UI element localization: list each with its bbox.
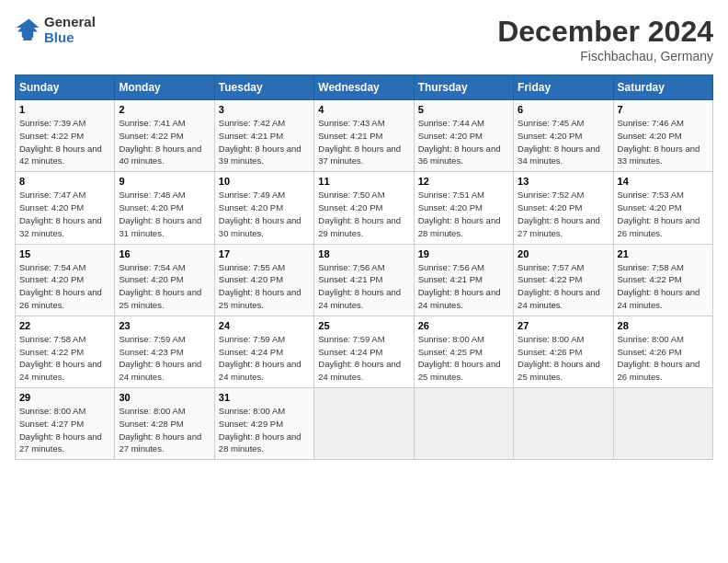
day-info: Sunrise: 7:56 AMSunset: 4:21 PMDaylight:… bbox=[318, 262, 401, 310]
calendar-cell: 11Sunrise: 7:50 AMSunset: 4:20 PMDayligh… bbox=[314, 172, 414, 244]
calendar-cell: 23Sunrise: 7:59 AMSunset: 4:23 PMDayligh… bbox=[115, 316, 214, 387]
logo-general: General bbox=[44, 15, 96, 30]
weekday-header-friday: Friday bbox=[514, 75, 613, 100]
day-number: 6 bbox=[518, 104, 609, 115]
logo-blue: Blue bbox=[44, 30, 96, 46]
logo-icon bbox=[15, 17, 40, 43]
day-info: Sunrise: 7:59 AMSunset: 4:23 PMDaylight:… bbox=[119, 334, 201, 382]
calendar-cell: 30Sunrise: 8:00 AMSunset: 4:28 PMDayligh… bbox=[115, 388, 214, 460]
day-number: 21 bbox=[618, 248, 709, 259]
calendar-cell: 8Sunrise: 7:47 AMSunset: 4:20 PMDaylight… bbox=[16, 172, 115, 244]
calendar-cell: 12Sunrise: 7:51 AMSunset: 4:20 PMDayligh… bbox=[414, 172, 513, 244]
day-info: Sunrise: 7:50 AMSunset: 4:20 PMDaylight:… bbox=[318, 190, 401, 237]
day-info: Sunrise: 8:00 AMSunset: 4:25 PMDaylight:… bbox=[418, 334, 501, 382]
calendar-cell: 26Sunrise: 8:00 AMSunset: 4:25 PMDayligh… bbox=[414, 316, 513, 387]
day-number: 8 bbox=[19, 176, 110, 187]
calendar-cell: 7Sunrise: 7:46 AMSunset: 4:20 PMDaylight… bbox=[613, 100, 712, 172]
day-info: Sunrise: 7:55 AMSunset: 4:20 PMDaylight:… bbox=[219, 262, 301, 310]
calendar-cell: 19Sunrise: 7:56 AMSunset: 4:21 PMDayligh… bbox=[414, 244, 513, 316]
calendar-cell: 15Sunrise: 7:54 AMSunset: 4:20 PMDayligh… bbox=[16, 244, 115, 316]
location: Fischbachau, Germany bbox=[497, 49, 713, 63]
calendar-cell: 21Sunrise: 7:58 AMSunset: 4:22 PMDayligh… bbox=[613, 244, 712, 316]
day-info: Sunrise: 7:58 AMSunset: 4:22 PMDaylight:… bbox=[19, 334, 102, 382]
calendar-cell: 10Sunrise: 7:49 AMSunset: 4:20 PMDayligh… bbox=[214, 172, 313, 244]
logo-text: General Blue bbox=[44, 15, 96, 45]
day-info: Sunrise: 7:51 AMSunset: 4:20 PMDaylight:… bbox=[418, 190, 501, 237]
day-number: 15 bbox=[19, 248, 110, 259]
day-info: Sunrise: 8:00 AMSunset: 4:27 PMDaylight:… bbox=[19, 406, 102, 454]
day-number: 2 bbox=[119, 104, 210, 115]
day-info: Sunrise: 7:46 AMSunset: 4:20 PMDaylight:… bbox=[618, 118, 700, 166]
calendar-cell: 25Sunrise: 7:59 AMSunset: 4:24 PMDayligh… bbox=[314, 316, 414, 387]
calendar-cell: 5Sunrise: 7:44 AMSunset: 4:20 PMDaylight… bbox=[414, 100, 513, 172]
day-info: Sunrise: 7:41 AMSunset: 4:22 PMDaylight:… bbox=[119, 118, 201, 166]
day-info: Sunrise: 7:59 AMSunset: 4:24 PMDaylight:… bbox=[219, 334, 301, 382]
weekday-header-thursday: Thursday bbox=[414, 75, 513, 100]
calendar-cell: 13Sunrise: 7:52 AMSunset: 4:20 PMDayligh… bbox=[514, 172, 613, 244]
day-number: 31 bbox=[219, 392, 310, 403]
day-info: Sunrise: 8:00 AMSunset: 4:26 PMDaylight:… bbox=[618, 334, 700, 382]
calendar-cell: 2Sunrise: 7:41 AMSunset: 4:22 PMDaylight… bbox=[115, 100, 214, 172]
day-number: 11 bbox=[318, 176, 409, 187]
day-info: Sunrise: 7:49 AMSunset: 4:20 PMDaylight:… bbox=[219, 190, 301, 237]
calendar-cell bbox=[314, 388, 414, 460]
day-info: Sunrise: 7:42 AMSunset: 4:21 PMDaylight:… bbox=[219, 118, 301, 166]
day-number: 20 bbox=[518, 248, 609, 259]
day-number: 19 bbox=[418, 248, 509, 259]
calendar-cell: 16Sunrise: 7:54 AMSunset: 4:20 PMDayligh… bbox=[115, 244, 214, 316]
logo: General Blue bbox=[15, 15, 96, 45]
calendar-cell: 20Sunrise: 7:57 AMSunset: 4:22 PMDayligh… bbox=[514, 244, 613, 316]
day-number: 1 bbox=[19, 104, 110, 115]
day-number: 14 bbox=[618, 176, 709, 187]
calendar-cell: 29Sunrise: 8:00 AMSunset: 4:27 PMDayligh… bbox=[16, 388, 115, 460]
day-number: 26 bbox=[418, 320, 509, 331]
day-number: 24 bbox=[219, 320, 310, 331]
calendar-cell: 3Sunrise: 7:42 AMSunset: 4:21 PMDaylight… bbox=[214, 100, 313, 172]
weekday-header-tuesday: Tuesday bbox=[214, 75, 313, 100]
calendar-cell: 17Sunrise: 7:55 AMSunset: 4:20 PMDayligh… bbox=[214, 244, 313, 316]
calendar-cell: 24Sunrise: 7:59 AMSunset: 4:24 PMDayligh… bbox=[214, 316, 313, 387]
day-info: Sunrise: 7:48 AMSunset: 4:20 PMDaylight:… bbox=[119, 190, 201, 237]
day-number: 29 bbox=[19, 392, 110, 403]
day-info: Sunrise: 7:56 AMSunset: 4:21 PMDaylight:… bbox=[418, 262, 501, 310]
weekday-header-wednesday: Wednesday bbox=[314, 75, 414, 100]
day-info: Sunrise: 7:45 AMSunset: 4:20 PMDaylight:… bbox=[518, 118, 600, 166]
calendar-cell: 14Sunrise: 7:53 AMSunset: 4:20 PMDayligh… bbox=[613, 172, 712, 244]
month-title: December 2024 bbox=[497, 15, 713, 49]
day-number: 22 bbox=[19, 320, 110, 331]
day-number: 3 bbox=[219, 104, 310, 115]
day-number: 18 bbox=[318, 248, 409, 259]
day-number: 28 bbox=[618, 320, 709, 331]
weekday-header-saturday: Saturday bbox=[613, 75, 712, 100]
day-info: Sunrise: 8:00 AMSunset: 4:26 PMDaylight:… bbox=[518, 334, 600, 382]
title-block: December 2024 Fischbachau, Germany bbox=[497, 15, 713, 63]
day-info: Sunrise: 7:44 AMSunset: 4:20 PMDaylight:… bbox=[418, 118, 501, 166]
day-number: 16 bbox=[119, 248, 210, 259]
calendar-cell bbox=[414, 388, 513, 460]
page-header: General Blue December 2024 Fischbachau, … bbox=[15, 15, 713, 63]
calendar-cell: 4Sunrise: 7:43 AMSunset: 4:21 PMDaylight… bbox=[314, 100, 414, 172]
day-info: Sunrise: 8:00 AMSunset: 4:29 PMDaylight:… bbox=[219, 406, 301, 454]
day-number: 30 bbox=[119, 392, 210, 403]
calendar-table: SundayMondayTuesdayWednesdayThursdayFrid… bbox=[15, 75, 713, 460]
day-number: 17 bbox=[219, 248, 310, 259]
day-number: 5 bbox=[418, 104, 509, 115]
day-info: Sunrise: 7:57 AMSunset: 4:22 PMDaylight:… bbox=[518, 262, 600, 310]
day-number: 12 bbox=[418, 176, 509, 187]
day-number: 4 bbox=[318, 104, 409, 115]
weekday-header-sunday: Sunday bbox=[16, 75, 115, 100]
calendar-cell bbox=[514, 388, 613, 460]
day-number: 13 bbox=[518, 176, 609, 187]
day-number: 25 bbox=[318, 320, 409, 331]
day-info: Sunrise: 7:54 AMSunset: 4:20 PMDaylight:… bbox=[19, 262, 102, 310]
day-info: Sunrise: 7:53 AMSunset: 4:20 PMDaylight:… bbox=[618, 190, 700, 237]
day-info: Sunrise: 7:39 AMSunset: 4:22 PMDaylight:… bbox=[19, 118, 102, 166]
calendar-cell: 28Sunrise: 8:00 AMSunset: 4:26 PMDayligh… bbox=[613, 316, 712, 387]
day-number: 9 bbox=[119, 176, 210, 187]
calendar-cell: 1Sunrise: 7:39 AMSunset: 4:22 PMDaylight… bbox=[16, 100, 115, 172]
day-info: Sunrise: 7:43 AMSunset: 4:21 PMDaylight:… bbox=[318, 118, 401, 166]
calendar-cell: 22Sunrise: 7:58 AMSunset: 4:22 PMDayligh… bbox=[16, 316, 115, 387]
day-info: Sunrise: 7:47 AMSunset: 4:20 PMDaylight:… bbox=[19, 190, 102, 237]
calendar-cell: 31Sunrise: 8:00 AMSunset: 4:29 PMDayligh… bbox=[214, 388, 313, 460]
day-number: 7 bbox=[618, 104, 709, 115]
